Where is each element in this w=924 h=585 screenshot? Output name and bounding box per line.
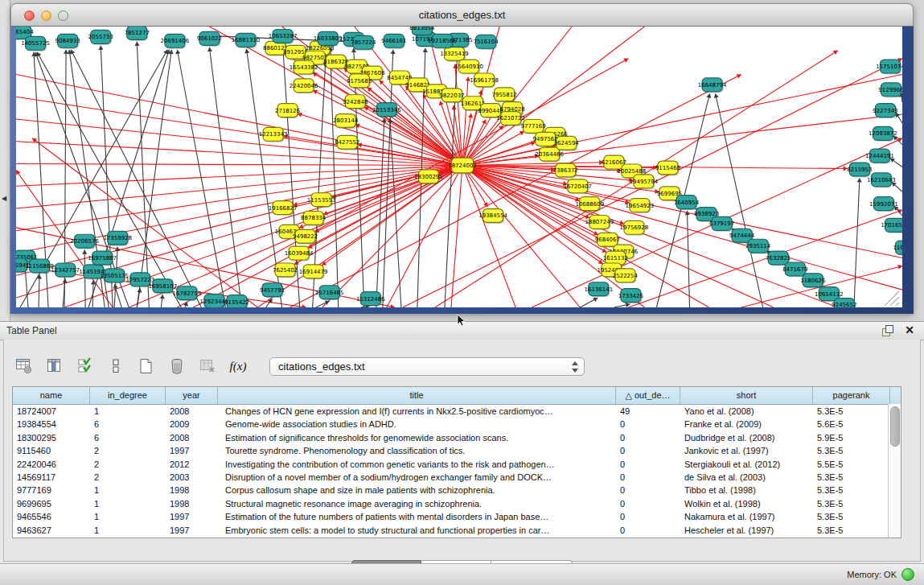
cell-in_degree[interactable]: 1 xyxy=(90,484,166,496)
cell-out_de[interactable]: 0 xyxy=(616,497,680,510)
cell-title[interactable]: Estimation of significance thresholds fo… xyxy=(218,431,616,444)
cell-short[interactable]: de Silva et al. (2003) xyxy=(680,471,813,484)
cell-pagerank[interactable]: 5.3E-5 xyxy=(813,444,890,457)
cell-short[interactable]: Wolkin et al. (1998) xyxy=(680,497,813,510)
table-row[interactable]: 1872400712008Changes of HCN gene express… xyxy=(13,405,901,418)
column-header-out_de[interactable]: △ out_de… xyxy=(616,387,680,404)
cell-pagerank[interactable]: 5.3E-5 xyxy=(813,524,890,537)
table-row[interactable]: 1938455462009Genome-wide association stu… xyxy=(13,418,901,431)
cell-year[interactable]: 2009 xyxy=(166,418,218,431)
cell-title[interactable]: Disruption of a novel member of a sodium… xyxy=(218,471,616,484)
cell-name[interactable]: 9699695 xyxy=(13,497,90,510)
cell-in_degree[interactable]: 1 xyxy=(90,524,166,537)
cell-title[interactable]: Changes of HCN gene expression and I(f) … xyxy=(218,405,616,418)
cell-year[interactable]: 1997 xyxy=(166,444,218,457)
cell-pagerank[interactable]: 5.6E-5 xyxy=(813,418,890,431)
table-row[interactable]: 911546021997Tourette syndrome. Phenomeno… xyxy=(13,444,901,457)
column-header-pagerank[interactable]: pagerank xyxy=(813,387,890,404)
cell-name[interactable]: 9465546 xyxy=(13,510,90,523)
cell-title[interactable]: Investigating the contribution of common… xyxy=(218,458,616,471)
column-header-name[interactable]: name xyxy=(13,387,90,404)
cell-year[interactable]: 1997 xyxy=(166,524,218,537)
collapsed-side-panel-strip[interactable]: ◀ xyxy=(0,0,10,321)
cell-pagerank[interactable]: 5.5E-5 xyxy=(813,458,890,471)
new-table-icon[interactable] xyxy=(136,356,157,377)
delete-table-icon[interactable] xyxy=(166,356,187,377)
table-source-select[interactable]: citations_edges.txt xyxy=(269,357,585,376)
table-settings-icon[interactable] xyxy=(14,356,35,377)
cell-out_de[interactable]: 0 xyxy=(616,431,680,444)
cell-title[interactable]: Embryonic stem cells: a model to study s… xyxy=(218,524,616,537)
cell-year[interactable]: 1997 xyxy=(166,510,218,523)
cell-short[interactable]: Jankovic et al. (1997) xyxy=(680,444,813,457)
cell-pagerank[interactable]: 5.3E-5 xyxy=(813,484,890,496)
cell-pagerank[interactable]: 5.3E-5 xyxy=(813,405,890,418)
cell-title[interactable]: Tourette syndrome. Phenomenology and cla… xyxy=(218,444,616,457)
cell-in_degree[interactable]: 6 xyxy=(90,418,166,431)
table-row[interactable]: 969969511998Structural magnetic resonanc… xyxy=(13,497,901,510)
cell-in_degree[interactable]: 2 xyxy=(90,444,166,457)
cell-out_de[interactable]: 0 xyxy=(616,524,680,537)
cell-title[interactable]: Genome-wide association studies in ADHD. xyxy=(218,418,616,431)
cell-short[interactable]: Dudbridge et al. (2008) xyxy=(680,431,813,444)
cell-in_degree[interactable]: 1 xyxy=(90,497,166,510)
cell-short[interactable]: Franke et al. (2009) xyxy=(680,418,813,431)
cell-name[interactable]: 18724007 xyxy=(13,405,90,418)
cell-short[interactable]: Stergiakouli et al. (2012) xyxy=(680,458,813,471)
cell-in_degree[interactable]: 6 xyxy=(90,431,166,444)
cell-out_de[interactable]: 0 xyxy=(616,484,680,496)
table-row[interactable]: 977716911998Corpus callosum shape and si… xyxy=(13,484,901,496)
cell-pagerank[interactable]: 5.3E-5 xyxy=(813,510,890,523)
cell-out_de[interactable]: 49 xyxy=(616,405,680,418)
cell-in_degree[interactable]: 2 xyxy=(90,458,166,471)
cell-out_de[interactable]: 0 xyxy=(616,510,680,523)
cell-in_degree[interactable]: 1 xyxy=(90,405,166,418)
cell-name[interactable]: 9115460 xyxy=(13,444,90,457)
cell-name[interactable]: 14569117 xyxy=(13,471,90,484)
cell-year[interactable]: 2008 xyxy=(166,405,218,418)
cell-out_de[interactable]: 0 xyxy=(616,458,680,471)
cell-name[interactable]: 9777169 xyxy=(13,484,90,496)
cell-in_degree[interactable]: 2 xyxy=(90,471,166,484)
cell-out_de[interactable]: 0 xyxy=(616,471,680,484)
cell-title[interactable]: Structural magnetic resonance image aver… xyxy=(218,497,616,510)
cell-title[interactable]: Corpus callosum shape and size in male p… xyxy=(218,484,616,496)
panel-collapse-arrow-icon[interactable]: ◀ xyxy=(2,195,6,202)
cell-year[interactable]: 1998 xyxy=(166,497,218,510)
float-panel-icon[interactable] xyxy=(882,325,893,336)
cell-year[interactable]: 2012 xyxy=(166,458,218,471)
cell-name[interactable]: 9463627 xyxy=(13,524,90,537)
cell-short[interactable]: Tibbo et al. (1998) xyxy=(680,484,813,496)
cell-pagerank[interactable]: 5.3E-5 xyxy=(813,471,890,484)
close-panel-icon[interactable]: ✕ xyxy=(905,323,914,336)
cell-out_de[interactable]: 0 xyxy=(616,418,680,431)
row-height-icon[interactable] xyxy=(105,356,126,377)
column-header-title[interactable]: title xyxy=(218,387,616,404)
cell-pagerank[interactable]: 5.3E-5 xyxy=(813,497,890,510)
table-row[interactable]: 1456911722003Disruption of a novel membe… xyxy=(13,471,901,484)
table-row[interactable]: 946362711997Embryonic stem cells: a mode… xyxy=(13,524,901,537)
select-rows-icon[interactable] xyxy=(75,356,96,377)
cell-pagerank[interactable]: 5.9E-5 xyxy=(813,431,890,444)
cell-year[interactable]: 2008 xyxy=(166,431,218,444)
function-builder-icon[interactable]: f(x) xyxy=(228,356,248,377)
column-header-year[interactable]: year xyxy=(166,387,218,404)
cell-short[interactable]: Yano et al. (2008) xyxy=(680,405,813,418)
cell-name[interactable]: 18300295 xyxy=(13,431,90,444)
cell-name[interactable]: 22420046 xyxy=(13,458,90,471)
cell-year[interactable]: 1998 xyxy=(166,484,218,496)
network-canvas[interactable]: 1872400718300295193845548860123891295518… xyxy=(16,27,902,307)
scrollbar-thumb[interactable] xyxy=(890,406,900,447)
table-columns-icon[interactable] xyxy=(44,356,65,377)
table-row[interactable]: 946554611997Estimation of the future num… xyxy=(13,510,901,523)
cell-in_degree[interactable]: 1 xyxy=(90,510,166,523)
column-header-in_degree[interactable]: in_degree xyxy=(90,387,166,404)
table-row[interactable]: 2242004622012Investigating the contribut… xyxy=(13,458,901,471)
cell-short[interactable]: Hescheler et al. (1997) xyxy=(680,524,813,537)
window-titlebar[interactable]: citations_edges.txt xyxy=(10,3,914,27)
cell-name[interactable]: 19384554 xyxy=(13,418,90,431)
column-header-short[interactable]: short xyxy=(680,387,813,404)
cell-out_de[interactable]: 0 xyxy=(616,444,680,457)
cell-year[interactable]: 2003 xyxy=(166,471,218,484)
table-row[interactable]: 1830029562008Estimation of significance … xyxy=(13,431,901,444)
